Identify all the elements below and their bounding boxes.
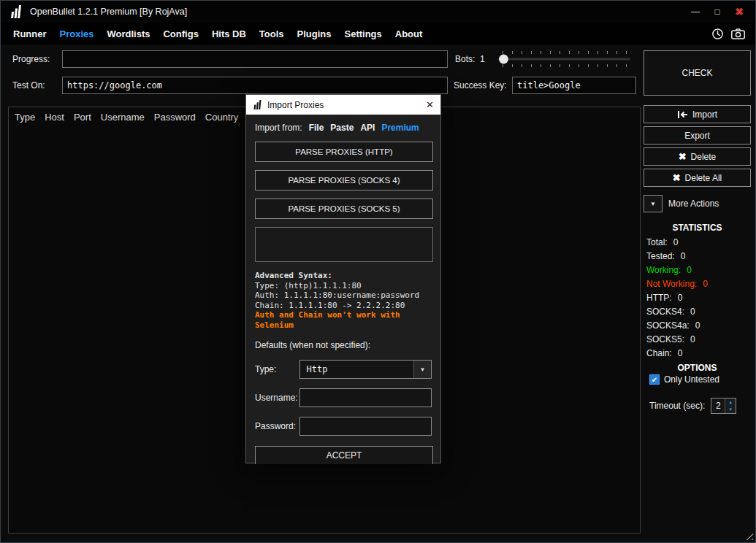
tab-runner[interactable]: Runner [7,26,53,42]
import-from-label: Import from: [255,123,302,133]
source-tab-paste[interactable]: Paste [330,123,354,133]
dialog-logo-icon [253,100,262,109]
advanced-syntax-block: Advanced Syntax: Type: (http)1.1.1.1:80 … [255,271,432,330]
source-tab-file[interactable]: File [309,123,324,133]
delete-all-icon: ✖ [673,173,681,182]
openbullet-logo-icon [9,4,24,19]
maximize-button[interactable]: □ [707,4,728,20]
spinner-up-icon[interactable]: ▲ [725,398,736,406]
stat-socks4a: SOCKS4a:0 [646,319,708,333]
stat-not-working: Not Working:0 [646,277,708,291]
stat-total-value: 0 [673,236,679,250]
timeout-stepper-arrows: ▲ ▼ [725,398,736,413]
combo-chevron-down-icon[interactable]: ▼ [413,361,431,378]
import-from-row: Import from: File Paste API Premium [255,122,432,134]
source-tab-api[interactable]: API [360,123,375,133]
column-header-port[interactable]: Port [74,112,91,123]
more-actions-label: More Actions [668,199,719,209]
stat-total: Total:0 [646,236,708,250]
check-icon: ✔ [652,376,657,384]
menubar: Runner Proxies Wordlists Configs Hits DB… [1,23,755,45]
tab-plugins[interactable]: Plugins [291,26,338,42]
window-controls: — □ ✖ [685,4,749,20]
right-sidebar: CHECK Import Export ✖ Delete ✖ Delete Al… [644,45,751,541]
window-titlebar[interactable]: OpenBullet 1.2.1 Premium [By RojAva] — □… [1,1,755,23]
delete-button[interactable]: ✖ Delete [644,147,751,166]
tab-hitsdb[interactable]: Hits DB [205,26,253,42]
source-tab-premium[interactable]: Premium [381,123,419,133]
type-select-value: Http [300,361,413,378]
dialog-titlebar[interactable]: Import Proxies ✕ [246,95,440,115]
success-key-input[interactable] [512,77,636,94]
success-key-label: Success Key: [454,80,507,90]
advanced-syntax-title: Advanced Syntax: [255,271,432,281]
username-label: Username: [255,393,299,403]
stat-socks4-value: 0 [690,305,695,319]
column-header-username[interactable]: Username [101,112,145,123]
spinner-down-icon[interactable]: ▼ [725,406,736,413]
close-button[interactable]: ✖ [729,4,749,20]
slider-track[interactable] [497,58,630,61]
stat-working-value: 0 [687,263,692,277]
password-field[interactable] [299,417,432,436]
test-on-label: Test On: [12,80,45,90]
password-label: Password: [255,421,299,431]
stat-socks5-value: 0 [690,333,695,347]
chevron-down-icon[interactable]: ▼ [644,195,663,212]
options-title: OPTIONS [644,363,751,373]
bots-slider[interactable] [497,50,630,68]
stat-tested: Tested:0 [646,250,708,263]
advanced-syntax-type-line: Type: (http)1.1.1.1:80 [255,281,432,291]
slider-thumb[interactable] [499,55,508,64]
parse-proxies-http-button[interactable]: PARSE PROXIES (HTTP) [255,142,433,162]
delete-all-button[interactable]: ✖ Delete All [644,169,751,187]
tab-proxies[interactable]: Proxies [53,26,101,42]
tab-about[interactable]: About [389,26,429,42]
only-untested-checkbox[interactable]: ✔ [649,374,660,385]
dialog-body: Import from: File Paste API Premium PARS… [246,115,440,464]
tab-tools[interactable]: Tools [253,26,291,42]
type-label: Type: [255,364,299,374]
camera-icon[interactable] [731,28,745,39]
more-actions-dropdown[interactable]: ▼ More Actions [644,193,751,214]
import-button-label: Import [692,109,717,120]
test-on-input[interactable] [62,77,448,94]
proxy-paste-area[interactable] [255,227,433,262]
only-untested-label: Only Untested [664,374,719,385]
minimize-button[interactable]: — [685,4,706,20]
check-button[interactable]: CHECK [644,50,751,96]
progress-label: Progress: [12,54,50,64]
username-field[interactable] [299,388,432,407]
export-button[interactable]: Export [644,126,751,145]
defaults-label: Defaults (when not specified): [255,340,432,350]
column-header-host[interactable]: Host [45,112,64,123]
clock-icon[interactable] [711,28,724,40]
type-select[interactable]: Http ▼ [299,360,432,379]
parse-proxies-socks4-button[interactable]: PARSE PROXIES (SOCKS 4) [255,170,433,190]
stat-socks5: SOCKS5:0 [646,333,708,347]
timeout-stepper[interactable]: 2 ▲ ▼ [711,398,736,414]
stat-http-value: 0 [678,291,683,305]
tab-settings[interactable]: Settings [337,26,388,42]
slider-ticks-bottom [503,64,627,67]
tab-configs[interactable]: Configs [156,26,205,42]
selenium-warning: Auth and Chain won't work with Selenium [255,310,432,330]
import-proxies-dialog: Import Proxies ✕ Import from: File Paste… [245,94,441,463]
stat-http: HTTP:0 [646,291,708,305]
stat-chain-value: 0 [678,347,683,361]
parse-proxies-socks5-button[interactable]: PARSE PROXIES (SOCKS 5) [255,199,433,219]
column-header-country[interactable]: Country [205,112,239,123]
type-field-row: Type: Http ▼ [255,360,432,379]
import-button[interactable]: Import [644,105,751,123]
stat-socks4: SOCKS4:0 [646,305,708,319]
tab-wordlists[interactable]: Wordlists [100,26,156,42]
column-header-password[interactable]: Password [154,112,196,123]
app-window: OpenBullet 1.2.1 Premium [By RojAva] — □… [0,0,756,543]
column-header-type[interactable]: Type [15,112,35,123]
accept-button[interactable]: ACCEPT [255,446,433,464]
progress-bar [62,50,448,68]
dialog-close-icon[interactable]: ✕ [426,99,434,110]
delete-all-button-label: Delete All [685,173,722,183]
import-icon [677,110,688,119]
slider-ticks-top [503,51,627,54]
